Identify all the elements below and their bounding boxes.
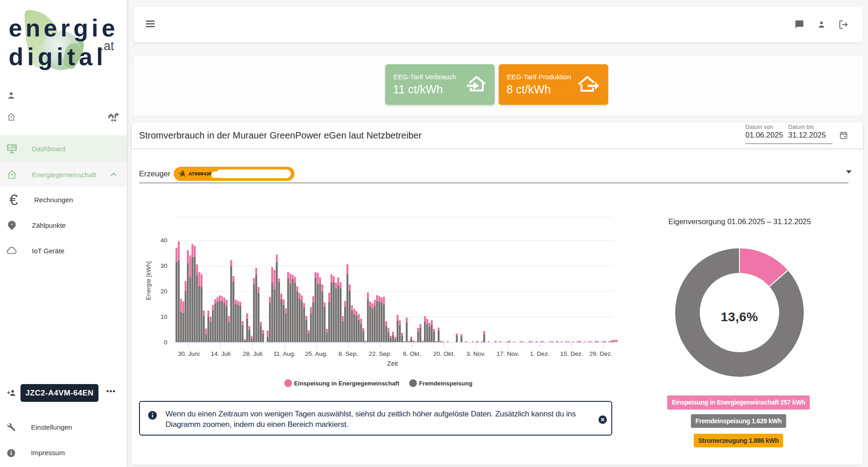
svg-text:20. Okt.: 20. Okt. [433, 350, 455, 357]
svg-text:29. Dez.: 29. Dez. [589, 350, 612, 357]
svg-text:15. Dez.: 15. Dez. [560, 350, 583, 357]
svg-text:30: 30 [160, 262, 167, 269]
svg-text:17. Nov.: 17. Nov. [496, 350, 519, 357]
svg-text:11. Aug.: 11. Aug. [274, 350, 296, 357]
svg-text:Energie [kWh]: Energie [kWh] [146, 262, 152, 300]
svg-text:Einspeisung in Energiegemeinsc: Einspeisung in Energiegemeinschaft [294, 380, 399, 387]
svg-text:3. Nov.: 3. Nov. [466, 350, 486, 357]
svg-text:40: 40 [160, 237, 167, 244]
svg-text:22. Sep.: 22. Sep. [369, 350, 392, 357]
svg-text:28. Juli: 28. Juli [243, 350, 263, 357]
svg-text:8. Sep.: 8. Sep. [339, 350, 358, 357]
svg-text:20: 20 [160, 288, 167, 295]
svg-text:10: 10 [160, 313, 167, 320]
svg-text:6. Okt.: 6. Okt. [403, 350, 421, 357]
svg-text:Fremdeinspeisung: Fremdeinspeisung [419, 380, 472, 387]
svg-text:Zeit: Zeit [387, 360, 398, 367]
svg-text:30. Juni: 30. Juni [178, 350, 199, 357]
svg-text:14. Juli: 14. Juli [211, 350, 231, 357]
svg-text:1. Dez.: 1. Dez. [530, 350, 550, 357]
svg-text:25. Aug.: 25. Aug. [305, 350, 328, 357]
svg-text:0: 0 [164, 339, 167, 346]
